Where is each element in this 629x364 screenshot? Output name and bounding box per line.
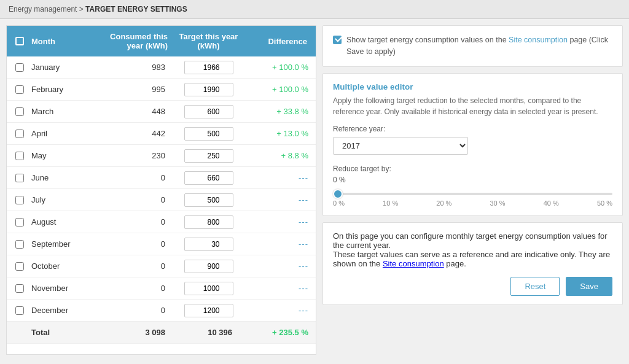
table-row: November 0 --- bbox=[7, 277, 316, 300]
row-target-input[interactable] bbox=[184, 304, 233, 317]
row-diff: --- bbox=[244, 261, 312, 271]
slider-tick: 0 % bbox=[333, 199, 345, 207]
table-row: May 230 + 8.8 % bbox=[7, 145, 316, 167]
row-consumed: 0 bbox=[101, 261, 173, 271]
main-container: Month Consumed this year (kWh) Target th… bbox=[0, 19, 629, 361]
row-check-cell[interactable] bbox=[10, 85, 29, 94]
show-target-link[interactable]: Site consumption bbox=[509, 36, 568, 44]
row-month: July bbox=[29, 195, 101, 204]
header-checkbox[interactable] bbox=[15, 37, 24, 45]
row-checkbox[interactable] bbox=[15, 196, 24, 204]
row-diff: --- bbox=[244, 306, 312, 315]
header-consumed: Consumed this year (kWh) bbox=[101, 31, 173, 52]
row-checkbox[interactable] bbox=[15, 262, 24, 271]
row-month: April bbox=[29, 129, 101, 138]
button-row: Reset Save bbox=[333, 277, 612, 296]
row-check-cell[interactable] bbox=[10, 152, 29, 160]
multiple-value-editor-card: Multiple value editor Apply the followin… bbox=[322, 73, 623, 216]
breadcrumb-separator: > bbox=[79, 5, 84, 14]
row-checkbox[interactable] bbox=[15, 174, 24, 182]
row-month: August bbox=[29, 217, 101, 227]
info-site-link[interactable]: Site consumption bbox=[383, 259, 444, 268]
row-checkbox[interactable] bbox=[15, 240, 24, 249]
row-target-cell bbox=[173, 260, 244, 273]
row-target-input[interactable] bbox=[184, 127, 233, 141]
row-check-cell[interactable] bbox=[10, 130, 29, 138]
info-line3: page. bbox=[444, 259, 466, 268]
row-diff: + 8.8 % bbox=[244, 151, 312, 160]
row-target-input[interactable] bbox=[184, 282, 233, 295]
reset-button[interactable]: Reset bbox=[510, 277, 560, 296]
row-consumed: 442 bbox=[101, 129, 173, 138]
row-check-cell[interactable] bbox=[10, 240, 29, 249]
row-target-input[interactable] bbox=[184, 61, 233, 74]
row-month: November bbox=[29, 284, 101, 293]
row-target-cell bbox=[173, 282, 244, 295]
row-month: October bbox=[29, 261, 101, 271]
row-diff: + 100.0 % bbox=[244, 85, 312, 94]
save-button[interactable]: Save bbox=[566, 277, 612, 296]
table-row: April 442 + 13.0 % bbox=[7, 123, 316, 145]
row-check-cell[interactable] bbox=[10, 63, 29, 72]
row-check-cell[interactable] bbox=[10, 107, 29, 116]
row-checkbox[interactable] bbox=[15, 306, 24, 315]
row-month: December bbox=[29, 306, 101, 315]
row-checkbox[interactable] bbox=[15, 130, 24, 138]
row-consumed: 0 bbox=[101, 306, 173, 315]
row-target-input[interactable] bbox=[184, 238, 233, 251]
row-target-input[interactable] bbox=[184, 83, 233, 96]
show-target-row: Show target energy consumption values on… bbox=[333, 34, 612, 58]
row-check-cell[interactable] bbox=[10, 284, 29, 293]
row-target-cell bbox=[173, 127, 244, 141]
show-target-card: Show target energy consumption values on… bbox=[322, 25, 623, 67]
row-checkbox[interactable] bbox=[15, 152, 24, 160]
table-row: June 0 --- bbox=[7, 167, 316, 189]
row-check-cell[interactable] bbox=[10, 262, 29, 271]
info-text: On this page you can configure monthly t… bbox=[333, 231, 612, 268]
row-target-input[interactable] bbox=[184, 193, 233, 207]
show-target-text-before: Show target energy consumption values on… bbox=[346, 36, 509, 44]
row-target-cell bbox=[173, 304, 244, 317]
table-row: September 0 --- bbox=[7, 233, 316, 255]
slider-value-display: 0 % bbox=[333, 176, 612, 184]
row-diff: + 100.0 % bbox=[244, 63, 312, 72]
header-target: Target this year (kWh) bbox=[173, 31, 244, 52]
row-target-input[interactable] bbox=[184, 260, 233, 273]
row-check-cell[interactable] bbox=[10, 306, 29, 315]
row-checkbox[interactable] bbox=[15, 284, 24, 293]
breadcrumb: Energy management > TARGET ENERGY SETTIN… bbox=[0, 0, 629, 19]
row-checkbox[interactable] bbox=[15, 107, 24, 116]
row-diff: --- bbox=[244, 195, 312, 204]
slider-container bbox=[333, 188, 612, 197]
header-check-cell[interactable] bbox=[10, 37, 29, 45]
row-diff: --- bbox=[244, 173, 312, 182]
info-card: On this page you can configure monthly t… bbox=[322, 222, 623, 305]
total-row: Total 3 098 10 396 + 235.5 % bbox=[7, 322, 316, 344]
row-target-cell bbox=[173, 61, 244, 74]
row-checkbox[interactable] bbox=[15, 85, 24, 94]
row-target-input[interactable] bbox=[184, 215, 233, 229]
row-diff: + 33.8 % bbox=[244, 107, 312, 116]
row-checkbox[interactable] bbox=[15, 63, 24, 72]
table-row: February 995 + 100.0 % bbox=[7, 79, 316, 101]
reduce-slider[interactable] bbox=[333, 193, 612, 195]
header-month: Month bbox=[29, 36, 101, 47]
row-month: March bbox=[29, 107, 101, 116]
row-target-input[interactable] bbox=[184, 105, 233, 118]
row-consumed: 983 bbox=[101, 63, 173, 72]
row-month: June bbox=[29, 173, 101, 182]
row-check-cell[interactable] bbox=[10, 174, 29, 182]
row-target-input[interactable] bbox=[184, 171, 233, 185]
row-check-cell[interactable] bbox=[10, 196, 29, 204]
table-row: August 0 --- bbox=[7, 211, 316, 233]
table-row: July 0 --- bbox=[7, 189, 316, 211]
row-diff: --- bbox=[244, 239, 312, 249]
row-consumed: 0 bbox=[101, 173, 173, 182]
show-target-checkbox[interactable] bbox=[333, 36, 342, 44]
row-checkbox[interactable] bbox=[15, 218, 24, 227]
row-month: January bbox=[29, 63, 101, 72]
row-check-cell[interactable] bbox=[10, 218, 29, 227]
row-target-input[interactable] bbox=[184, 149, 233, 163]
reference-year-select[interactable]: 2017201620152014 bbox=[333, 137, 468, 155]
row-consumed: 448 bbox=[101, 107, 173, 116]
